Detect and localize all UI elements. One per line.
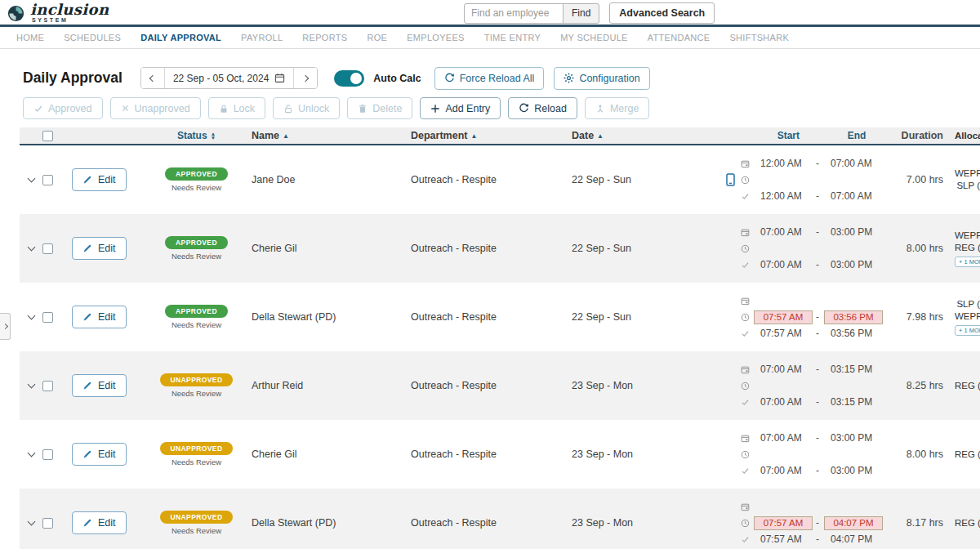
allocation-list: SLP (WEPRI+ 1 MOR (955, 298, 980, 336)
expand-row-icon[interactable] (27, 449, 35, 458)
status-badge: UNAPPROVED (160, 511, 234, 524)
approved-start: 07:00 AM (752, 465, 813, 476)
nav-item-payroll[interactable]: PAYROLL (231, 33, 292, 42)
nav-item-reports[interactable]: REPORTS (292, 33, 357, 42)
time-separator (813, 328, 822, 339)
edit-button[interactable]: Edit (72, 443, 127, 466)
date-range-display[interactable]: 22 Sep - 05 Oct, 2024 (165, 68, 293, 88)
scheduled-start: 07:00 AM (752, 432, 813, 444)
date-next-button[interactable] (293, 68, 317, 88)
edit-button[interactable]: Edit (72, 374, 127, 397)
force-reload-all-button[interactable]: Force Reload All (434, 67, 545, 90)
department-name: Outreach - Respite (411, 311, 568, 323)
allocation-item: WEPRI (955, 167, 980, 180)
edit-button[interactable]: Edit (72, 306, 127, 328)
select-all-checkbox[interactable] (42, 131, 53, 141)
edit-button[interactable]: Edit (72, 237, 127, 260)
nav-item-shiftshark[interactable]: SHIFTSHARK (719, 33, 799, 42)
column-header-date[interactable]: Date▲ (572, 130, 719, 141)
date-prev-button[interactable] (141, 68, 165, 88)
column-header-status[interactable]: Status ▲▼ (177, 130, 216, 141)
edit-button[interactable]: Edit (72, 168, 127, 191)
reload-button[interactable]: Reload (508, 97, 577, 119)
edit-button[interactable]: Edit (72, 511, 127, 534)
expand-row-icon[interactable] (27, 381, 35, 389)
nav-item-schedules[interactable]: SCHEDULES (54, 33, 131, 42)
allocation-list: REG (8 (955, 449, 980, 461)
scheduled-start: 07:00 AM (752, 226, 813, 238)
side-panel-expander[interactable] (0, 313, 11, 340)
unlock-button[interactable]: Unlock (273, 97, 340, 119)
nav-item-home[interactable]: HOME (7, 33, 54, 42)
row-checkbox[interactable] (42, 518, 53, 529)
shift-date: 23 Sep - Mon (568, 380, 719, 391)
nav-item-daily-approval[interactable]: DAILY APPROVAL (131, 33, 231, 42)
merge-icon (595, 104, 605, 114)
row-checkbox[interactable] (42, 175, 53, 185)
punch-times: 07:57 AM 03:56 PM (741, 309, 883, 325)
search-input[interactable] (464, 3, 564, 24)
shift-date: 22 Sep - Sun (568, 311, 719, 323)
toggle-knob (350, 73, 362, 84)
more-allocations-button[interactable]: + 1 MOR (955, 325, 980, 336)
allocation-list: REG (8 (955, 380, 980, 392)
punch-end-field[interactable]: 03:56 PM (824, 310, 883, 324)
row-checkbox[interactable] (42, 381, 53, 391)
scheduled-end: 07:00 AM (822, 158, 883, 169)
punch-end-field[interactable]: 04:07 PM (824, 516, 883, 530)
approved-button[interactable]: Approved (23, 97, 103, 119)
pencil-icon (82, 449, 92, 459)
approved-end: 03:15 PM (822, 396, 883, 408)
check-icon (741, 329, 750, 338)
shift-date: 23 Sep - Mon (568, 517, 719, 529)
column-header-name[interactable]: Name▲ (252, 130, 411, 141)
time-separator (813, 432, 822, 444)
times-group: 12:00 AM 07:00 AM (741, 155, 883, 204)
expand-row-icon[interactable] (27, 175, 35, 183)
find-button[interactable]: Find (563, 3, 599, 24)
status-badge: APPROVED (165, 305, 228, 318)
delete-button[interactable]: Delete (347, 97, 412, 119)
clock-icon (741, 244, 750, 253)
row-checkbox[interactable] (42, 449, 53, 460)
daily-approval-page: inclusion SYSTEM Find Advanced Search HO… (0, 0, 980, 549)
table-row: Edit UNAPPROVED Needs Review Della Stewa… (20, 489, 980, 549)
nav-item-time-entry[interactable]: TIME ENTRY (474, 33, 550, 42)
lock-button[interactable]: Lock (208, 97, 265, 119)
allocation-item: REG (8 (955, 380, 980, 392)
auto-calc-label: Auto Calc (373, 73, 421, 84)
merge-button[interactable]: Merge (585, 97, 649, 119)
shift-date: 23 Sep - Mon (568, 449, 719, 460)
auto-calc-toggle[interactable] (334, 70, 364, 87)
approved-end: 03:00 PM (822, 465, 883, 476)
department-name: Outreach - Respite (411, 380, 568, 391)
column-header-department[interactable]: Department▲ (411, 130, 568, 141)
nav-item-attendance[interactable]: ATTENDANCE (638, 33, 720, 42)
row-checkbox[interactable] (42, 312, 53, 323)
nav-item-employees[interactable]: EMPLOYEES (397, 33, 474, 42)
expand-row-icon[interactable] (27, 518, 35, 526)
allocation-item: WEPRI (955, 230, 980, 242)
punch-start-field[interactable]: 07:57 AM (754, 310, 813, 324)
approved-end: 03:00 PM (822, 259, 883, 270)
expand-row-icon[interactable] (27, 312, 35, 320)
unapproved-button[interactable]: Unapproved (110, 97, 201, 119)
more-allocations-button[interactable]: + 1 MOR (955, 257, 980, 267)
approved-start: 07:57 AM (752, 328, 813, 339)
row-checkbox[interactable] (42, 243, 53, 254)
unlock-label: Unlock (298, 103, 329, 114)
punch-times (741, 446, 883, 462)
scheduled-times: 12:00 AM 07:00 AM (741, 155, 883, 172)
department-name: Outreach - Respite (411, 243, 568, 254)
calendar-icon (741, 297, 750, 306)
advanced-search-button[interactable]: Advanced Search (609, 2, 715, 24)
expand-row-icon[interactable] (27, 243, 35, 252)
punch-start-field[interactable]: 07:57 AM (754, 516, 813, 530)
nav-item-my-schedule[interactable]: MY SCHEDULE (550, 33, 638, 42)
column-header-duration: Duration (883, 130, 955, 141)
add-entry-button[interactable]: Add Entry (420, 97, 501, 119)
nav-item-roe[interactable]: ROE (357, 33, 397, 42)
time-separator (813, 311, 822, 323)
configuration-button[interactable]: Configuration (554, 67, 649, 90)
table-row: Edit APPROVED Needs Review Della Stewart… (20, 283, 980, 351)
